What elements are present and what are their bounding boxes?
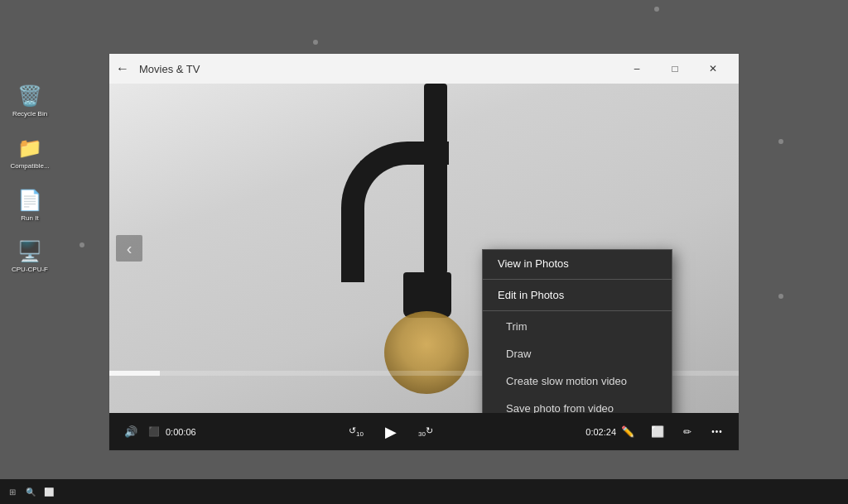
movies-tv-window: ← Movies & TV – □ ✕ ‹ View in Photos Edi… (108, 53, 740, 451)
volume-icon: 🔊 (124, 425, 137, 438)
taskbar: ⊞ 🔍 ⬜ (0, 479, 848, 504)
context-menu-divider-2 (483, 310, 672, 311)
prev-nav-arrow[interactable]: ‹ (116, 235, 142, 262)
context-menu: View in Photos Edit in Photos Trim Draw … (482, 249, 672, 413)
lamp-stem (424, 84, 447, 274)
pencil-icon: ✏️ (621, 425, 634, 438)
screen-icon: ⬜ (651, 425, 664, 438)
skip-forward-icon: 30↻ (418, 425, 433, 438)
context-menu-create-slow-motion[interactable]: Create slow motion video (483, 367, 672, 395)
decorative-dot (654, 7, 659, 12)
decorative-dot (313, 40, 318, 45)
computer-icon: 🖥️ (17, 238, 43, 265)
more-button[interactable]: ••• (706, 420, 729, 444)
skip-forward-button[interactable]: 30↻ (414, 420, 437, 444)
context-menu-view-in-photos[interactable]: View in Photos (483, 250, 672, 277)
progress-fill (109, 371, 160, 376)
more-icon: ••• (711, 427, 723, 436)
skip-back-button[interactable]: ↺10 (344, 420, 368, 444)
time-total: 0:02:24 (575, 427, 616, 437)
minimize-button[interactable]: – (618, 54, 656, 84)
recyclebin-label: Recycle Bin (12, 111, 47, 118)
pencil-button[interactable]: ✏️ (616, 420, 639, 444)
edit-mode-button[interactable]: ✏ (676, 420, 699, 444)
extra-controls: ✏️ ⬜ ✏ ••• (616, 420, 729, 444)
recyclebin-icon: 🗑️ (17, 83, 43, 109)
desktop-icon-cpu[interactable]: 🖥️ CPU-CPU-F (8, 238, 51, 274)
desktop-icon-recyclebin[interactable]: 🗑️ Recycle Bin (8, 83, 51, 118)
maximize-button[interactable]: □ (656, 54, 694, 84)
cpu-label: CPU-CPU-F (12, 266, 48, 274)
context-menu-draw[interactable]: Draw (483, 340, 672, 367)
taskbar-task-view[interactable]: ⬜ (40, 482, 58, 501)
context-menu-edit-in-photos[interactable]: Edit in Photos (483, 281, 672, 309)
context-menu-trim[interactable]: Trim (483, 313, 672, 340)
decorative-dot (80, 242, 84, 247)
back-button[interactable]: ← (116, 61, 129, 76)
runit-label: Run It (21, 215, 38, 223)
context-menu-save-photo[interactable]: Save photo from video (483, 395, 672, 413)
folder-icon: 📁 (17, 135, 43, 161)
subtitle-button[interactable]: ⬛ (142, 420, 166, 444)
context-menu-divider-1 (483, 279, 672, 280)
play-icon: ▶ (385, 423, 397, 441)
time-current: 0:00:06 (166, 427, 207, 437)
desktop-icon-runit[interactable]: 📄 Run It (8, 187, 51, 223)
volume-button[interactable]: 🔊 (119, 420, 142, 444)
close-button[interactable]: ✕ (694, 54, 732, 84)
titlebar: ← Movies & TV – □ ✕ (109, 54, 739, 84)
subtitle-icon: ⬛ (148, 426, 160, 437)
taskbar-search[interactable]: 🔍 (22, 482, 40, 501)
play-pause-button[interactable]: ▶ (379, 420, 402, 444)
lamp-bulb (384, 311, 469, 394)
desktop-icon-compatible[interactable]: 📁 Compatible... (8, 135, 51, 170)
decorative-dot (778, 294, 783, 299)
window-title: Movies & TV (139, 63, 618, 75)
skip-back-icon: ↺10 (349, 425, 364, 438)
controls-bar: 🔊 ⬛ 0:00:06 ↺10 ▶ 30↻ 0:02:24 ✏️ ⬜ (109, 413, 739, 450)
screen-button[interactable]: ⬜ (646, 420, 669, 444)
taskbar-start[interactable]: ⊞ (3, 482, 22, 501)
desktop-icons: 🗑️ Recycle Bin 📁 Compatible... 📄 Run It … (8, 83, 51, 274)
video-area[interactable]: ‹ View in Photos Edit in Photos Trim Dra… (109, 84, 739, 413)
playback-controls: ↺10 ▶ 30↻ (214, 420, 568, 444)
decorative-dot (778, 139, 783, 144)
file-icon: 📄 (17, 187, 43, 214)
compatible-label: Compatible... (10, 163, 49, 170)
edit-icon: ✏ (683, 426, 691, 438)
window-controls: – □ ✕ (618, 54, 732, 84)
